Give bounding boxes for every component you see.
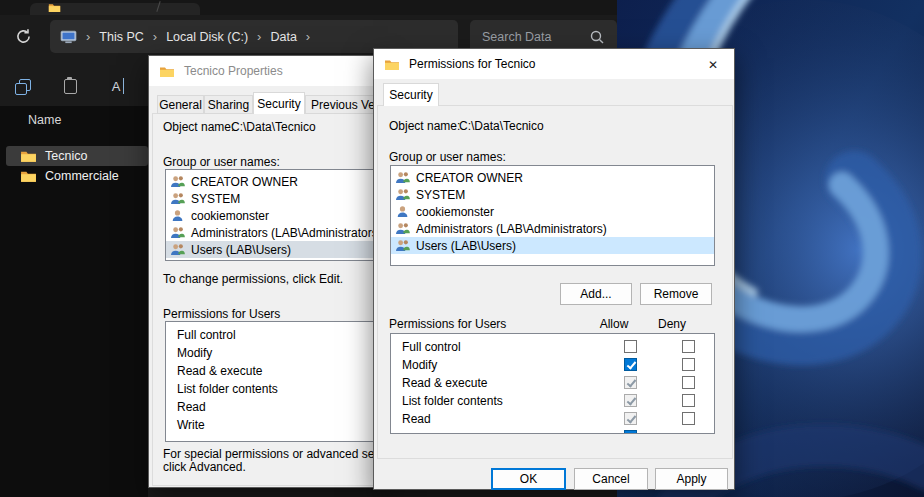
group-item-users[interactable]: Users (LAB\Users) [391,237,714,254]
tab-folder-icon [48,2,61,13]
group-icon [170,243,185,256]
permission-label: Read [402,410,431,428]
permission-row-list-folder-contents[interactable]: List folder contents [166,380,376,398]
search-icon[interactable] [589,29,605,45]
breadcrumb-item-local-disk-c[interactable]: Local Disk (C:) [166,30,248,44]
add-button[interactable]: Add... [560,283,632,305]
group-item-label: Administrators (LAB\Administrators) [416,222,607,236]
permission-row-partial [391,428,714,434]
permission-row-full-control[interactable]: Full control [166,326,376,344]
breadcrumb-chevron-icon: › [86,29,90,44]
permission-row-read-execute[interactable]: Read & execute [166,362,376,380]
properties-dialog-titlebar[interactable]: Tecnico Properties [149,56,387,86]
group-item-administrators[interactable]: Administrators (LAB\Administrators) [166,224,376,241]
permission-label: List folder contents [402,392,503,410]
deny-checkbox-read[interactable] [682,412,695,425]
group-item-administrators[interactable]: Administrators (LAB\Administrators) [391,220,714,237]
group-item-label: cookiemonster [191,209,269,223]
permission-label: Read & execute [177,362,262,380]
properties-dialog: Tecnico Properties General Sharing Secur… [148,55,388,488]
breadcrumb-chevron-icon: › [306,29,310,44]
edit-hint-text: To change permissions, click Edit. [163,272,343,286]
group-item-label: CREATOR OWNER [191,175,298,189]
rename-button[interactable]: A [106,74,130,98]
file-row-tecnico[interactable]: Tecnico [6,146,148,166]
ok-button[interactable]: OK [491,468,566,490]
file-name: Commerciale [45,169,119,183]
group-item-cookiemonster[interactable]: cookiemonster [391,203,714,220]
group-list: CREATOR OWNER SYSTEM cookiemonster Admin… [390,165,715,266]
permission-label: Full control [402,338,461,356]
file-row-commerciale[interactable]: Commerciale [6,166,148,186]
group-item-label: Users (LAB\Users) [416,239,516,253]
deny-checkbox-list-folder-contents[interactable] [682,394,695,407]
permissions-list: Full control Modify Read & execute List … [165,321,377,442]
refresh-icon [15,28,32,45]
tab-security[interactable]: Security [253,92,305,114]
allow-checkbox-read[interactable] [624,412,637,425]
permission-label: Read [177,398,206,416]
allow-checkbox-list-folder-contents[interactable] [624,394,637,407]
object-name-value: C:\Data\Tecnico [231,120,316,134]
object-name-label: Object name: [389,119,460,133]
breadcrumb-item-this-pc[interactable]: This PC [99,30,143,44]
permission-row-write[interactable]: Write [166,416,376,434]
rename-icon: A [112,79,125,94]
allow-checkbox-full-control[interactable] [624,340,637,353]
breadcrumb-item-data[interactable]: Data [270,30,296,44]
deny-checkbox-modify[interactable] [682,358,695,371]
advanced-hint-line1: For special permissions or advanced sett… [163,447,397,461]
object-name-label: Object name: [163,120,234,134]
group-item-creator-owner[interactable]: CREATOR OWNER [391,169,714,186]
deny-checkbox-read-execute[interactable] [682,376,695,389]
permissions-dialog-titlebar[interactable]: Permissions for Tecnico [374,49,734,79]
tab-security[interactable]: Security [383,83,439,106]
close-icon[interactable]: ✕ [704,56,722,74]
screen: › This PC › Local Disk (C:) › Data › A [0,0,924,497]
paste-button[interactable] [58,74,82,98]
allow-checkbox-partial[interactable] [624,430,637,434]
permission-label: Read & execute [402,374,487,392]
user-icon [170,209,185,222]
permission-row-read[interactable]: Read [166,398,376,416]
permission-label: Modify [177,344,212,362]
group-item-creator-owner[interactable]: CREATOR OWNER [166,173,376,190]
properties-dialog-title: Tecnico Properties [184,64,283,78]
permission-row-read-execute: Read & execute [391,374,714,392]
group-item-users[interactable]: Users (LAB\Users) [166,241,376,258]
allow-checkbox-modify[interactable] [624,358,637,371]
permission-row-read: Read [391,410,714,428]
cancel-button[interactable]: Cancel [574,468,648,490]
explorer-tab-strip [0,0,617,15]
file-list-pane: Name Tecnico Commerciale [0,106,148,497]
deny-checkbox-full-control[interactable] [682,340,695,353]
permission-row-modify[interactable]: Modify [166,344,376,362]
group-item-system[interactable]: SYSTEM [166,190,376,207]
search-input[interactable] [482,30,589,44]
permission-label: Modify [402,356,437,374]
group-item-system[interactable]: SYSTEM [391,186,714,203]
apply-button[interactable]: Apply [655,468,728,490]
group-item-label: Users (LAB\Users) [191,243,291,257]
tab-sharing[interactable]: Sharing [204,95,253,114]
tab-general[interactable]: General [157,95,204,114]
group-item-label: SYSTEM [191,192,240,206]
group-item-label: Administrators (LAB\Administrators) [191,226,377,240]
group-icon [170,226,185,239]
refresh-button[interactable] [12,25,34,47]
permission-row-modify: Modify [391,356,714,374]
permissions-list: Full control Modify Read & execute List … [390,333,715,434]
permissions-dialog-icon [384,58,400,71]
copy-button[interactable] [10,74,34,98]
group-item-cookiemonster[interactable]: cookiemonster [166,207,376,224]
name-column-header[interactable]: Name [28,113,61,127]
breadcrumb-chevron-icon: › [257,29,261,44]
permission-label: Full control [177,326,236,344]
permissions-dialog-title: Permissions for Tecnico [409,57,536,71]
allow-checkbox-read-execute[interactable] [624,376,637,389]
remove-button[interactable]: Remove [640,283,712,305]
group-icon [170,175,185,188]
group-item-label: CREATOR OWNER [416,171,523,185]
permissions-for-users-label: Permissions for Users [389,317,506,331]
breadcrumb-chevron-icon: › [153,29,157,44]
